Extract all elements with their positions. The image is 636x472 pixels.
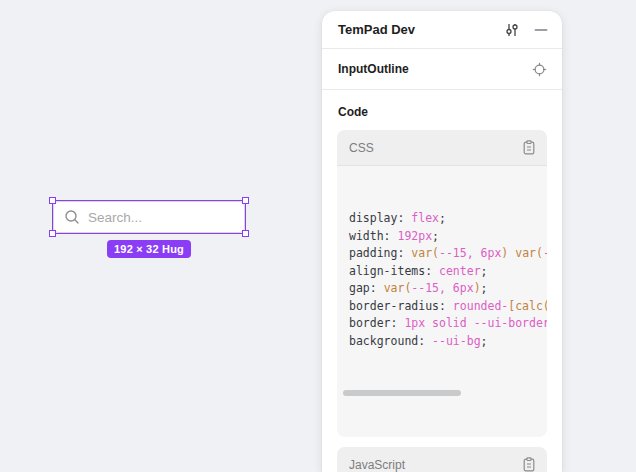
- crosshair-target-icon[interactable]: [532, 62, 547, 77]
- clipboard-copy-icon[interactable]: [522, 457, 536, 472]
- scrollbar-thumb[interactable]: [343, 390, 461, 396]
- selection-handle-top-right[interactable]: [242, 197, 249, 204]
- css-code-card: CSS display: flex;width: 192px;padding: …: [337, 130, 547, 437]
- js-card-label: JavaScript: [349, 458, 522, 472]
- search-placeholder-text: Search...: [88, 210, 142, 225]
- magnifier-icon: [64, 209, 80, 225]
- code-section-label: Code: [322, 90, 562, 130]
- css-code-lines: display: flex;width: 192px;padding: var(…: [349, 210, 547, 350]
- css-code-body: display: flex;width: 192px;padding: var(…: [337, 166, 547, 437]
- js-code-card: JavaScript { display: 'flex', width: '19…: [337, 447, 547, 472]
- panel-header: TemPad Dev: [322, 11, 562, 49]
- js-card-header: JavaScript: [337, 447, 547, 472]
- clipboard-copy-icon[interactable]: [522, 140, 536, 155]
- panel-title: TemPad Dev: [338, 22, 504, 37]
- component-name: InputOutline: [338, 62, 532, 76]
- selection-handle-bottom-left[interactable]: [49, 230, 56, 237]
- minimize-icon[interactable]: [534, 23, 548, 37]
- selection-handle-bottom-right[interactable]: [242, 230, 249, 237]
- css-card-header: CSS: [337, 130, 547, 166]
- selection-handle-top-left[interactable]: [49, 197, 56, 204]
- horizontal-scrollbar[interactable]: [343, 388, 547, 398]
- selected-component-row: InputOutline: [322, 49, 562, 90]
- selection-overlay: Search...: [53, 201, 245, 233]
- selection-size-badge: 192 × 32 Hug: [107, 240, 191, 258]
- settings-sliders-icon[interactable]: [504, 22, 520, 38]
- css-card-label: CSS: [349, 141, 522, 155]
- tempad-dev-panel: TemPad Dev InputOutline: [322, 11, 562, 472]
- search-input-component[interactable]: Search...: [53, 201, 245, 233]
